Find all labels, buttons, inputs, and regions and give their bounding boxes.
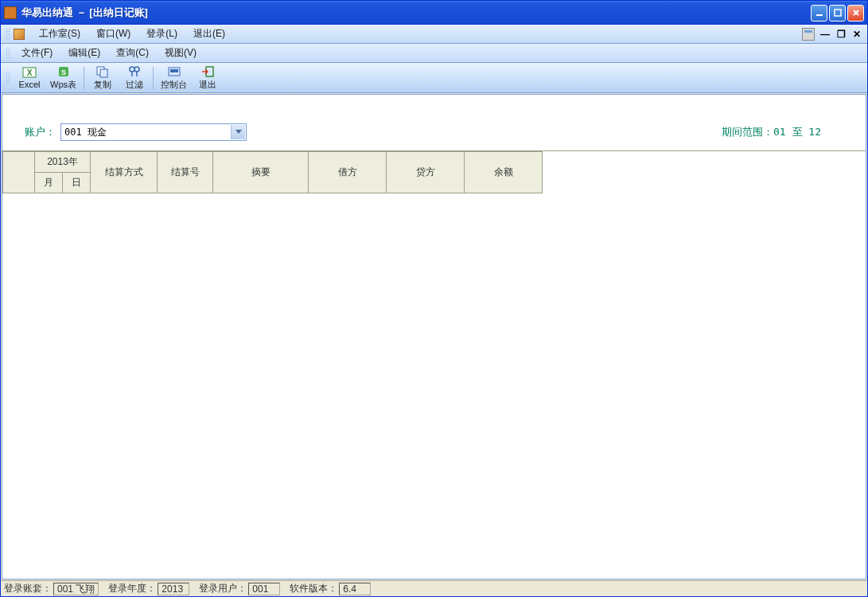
toolbar: X Excel S Wps表 复制 过滤 控 xyxy=(1,63,867,93)
svg-point-9 xyxy=(134,67,139,72)
menu-edit[interactable]: 编辑(E) xyxy=(60,44,108,62)
tool-console-label: 控制台 xyxy=(161,79,187,91)
mdi-restore[interactable]: ❐ xyxy=(835,29,847,40)
tool-copy[interactable]: 复制 xyxy=(87,64,119,92)
col-debit[interactable]: 借方 xyxy=(309,152,387,193)
col-credit[interactable]: 贷方 xyxy=(387,152,465,193)
mdi-minimize[interactable]: — xyxy=(819,29,831,40)
row-header-spacer xyxy=(3,152,35,193)
status-year-value: 2013 xyxy=(158,583,189,595)
svg-rect-7 xyxy=(100,69,107,77)
tool-filter[interactable]: 过滤 xyxy=(119,64,150,92)
calculator-icon[interactable] xyxy=(802,28,815,41)
account-select[interactable]: 001 现金 xyxy=(60,123,247,141)
svg-text:X: X xyxy=(27,68,33,77)
col-day[interactable]: 日 xyxy=(63,173,91,193)
status-ver-label: 软件版本： xyxy=(290,582,337,595)
grip-icon xyxy=(6,72,10,84)
tool-wps-label: Wps表 xyxy=(50,79,76,91)
window-title: 华易出纳通 － [出纳日记账] xyxy=(21,6,811,20)
mdi-child-icon xyxy=(14,29,25,40)
tool-excel[interactable]: X Excel xyxy=(14,64,45,91)
maximize-button[interactable] xyxy=(829,5,846,21)
minimize-button[interactable] xyxy=(811,5,827,21)
col-summary[interactable]: 摘要 xyxy=(213,152,309,193)
col-settle-type[interactable]: 结算方式 xyxy=(91,152,158,193)
menu-view[interactable]: 视图(V) xyxy=(157,44,204,62)
chevron-down-icon xyxy=(231,125,245,139)
status-ver-value: 6.4 xyxy=(339,583,371,595)
console-icon xyxy=(167,65,181,78)
child-menubar: 文件(F) 编辑(E) 查询(C) 视图(V) xyxy=(1,44,867,63)
exit-icon xyxy=(200,65,215,78)
statusbar: 登录账套： 001 飞翔 登录年度： 2013 登录用户： 001 软件版本： … xyxy=(1,580,867,596)
grip-icon xyxy=(6,47,10,60)
tool-excel-label: Excel xyxy=(19,80,41,89)
excel-icon: X xyxy=(22,66,37,79)
filter-icon xyxy=(127,65,142,78)
tool-copy-label: 复制 xyxy=(94,79,111,91)
copy-icon xyxy=(95,65,110,78)
wps-icon: S xyxy=(56,65,71,78)
menu-window[interactable]: 窗口(W) xyxy=(88,25,138,43)
account-label: 账户： xyxy=(25,125,56,139)
grid-area: 2013年 结算方式 结算号 摘要 借方 贷方 余额 月 日 xyxy=(2,150,866,579)
col-settle-no[interactable]: 结算号 xyxy=(158,152,213,193)
status-acctset-value: 001 飞翔 xyxy=(53,583,99,595)
svg-rect-1 xyxy=(835,10,841,16)
tool-console[interactable]: 控制台 xyxy=(156,64,192,92)
menu-login[interactable]: 登录(L) xyxy=(138,25,185,43)
content-area: 账户： 001 现金 期间范围：01 至 12 2013年 结算方式 结算号 xyxy=(2,94,866,579)
app-icon xyxy=(4,6,17,19)
filter-row: 账户： 001 现金 期间范围：01 至 12 xyxy=(2,95,866,150)
menu-query[interactable]: 查询(C) xyxy=(108,44,157,62)
grip-icon xyxy=(6,28,10,41)
titlebar: 华易出纳通 － [出纳日记账] xyxy=(1,1,867,25)
main-menubar: 工作室(S) 窗口(W) 登录(L) 退出(E) — ❐ ✕ xyxy=(1,25,867,44)
status-user-label: 登录用户： xyxy=(199,582,247,595)
status-acctset-label: 登录账套： xyxy=(4,582,52,595)
separator xyxy=(153,67,154,89)
svg-text:S: S xyxy=(60,68,65,76)
tool-filter-label: 过滤 xyxy=(126,79,143,91)
svg-rect-0 xyxy=(816,14,823,16)
col-month[interactable]: 月 xyxy=(35,173,63,193)
tool-wps[interactable]: S Wps表 xyxy=(45,64,81,92)
menu-file[interactable]: 文件(F) xyxy=(14,44,60,62)
close-button[interactable] xyxy=(847,5,864,21)
menu-workspace[interactable]: 工作室(S) xyxy=(31,25,88,43)
col-balance[interactable]: 余额 xyxy=(465,152,543,193)
col-year[interactable]: 2013年 xyxy=(35,152,91,173)
journal-table[interactable]: 2013年 结算方式 结算号 摘要 借方 贷方 余额 月 日 xyxy=(2,151,543,193)
status-user-value: 001 xyxy=(248,583,280,595)
svg-rect-11 xyxy=(170,69,178,72)
mdi-close[interactable]: ✕ xyxy=(851,29,862,40)
svg-point-8 xyxy=(130,67,134,72)
menu-exit[interactable]: 退出(E) xyxy=(185,25,233,43)
status-year-label: 登录年度： xyxy=(108,582,156,595)
account-value: 001 现金 xyxy=(64,126,107,139)
period-range: 期间范围：01 至 12 xyxy=(722,125,843,139)
separator xyxy=(84,67,84,89)
tool-exit-label: 退出 xyxy=(199,79,216,91)
tool-exit[interactable]: 退出 xyxy=(192,64,224,92)
